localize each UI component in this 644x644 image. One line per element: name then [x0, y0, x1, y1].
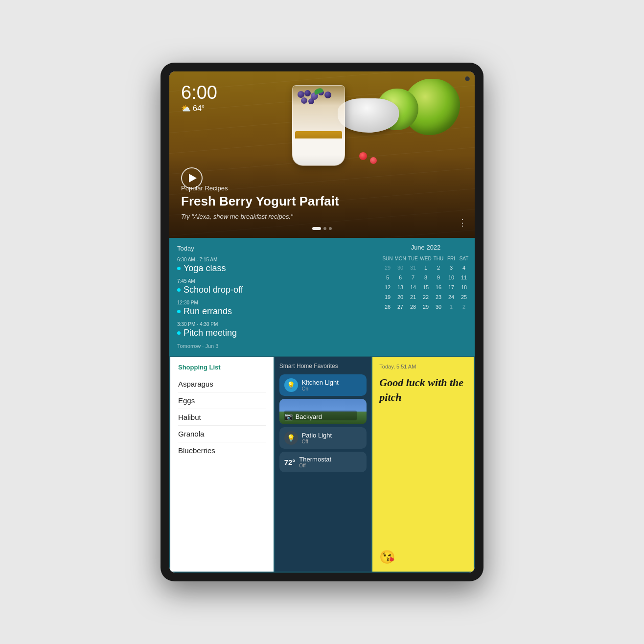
event-2-time: 7:45 AM — [177, 278, 369, 284]
temperature: 64° — [193, 104, 205, 113]
shopping-item-3[interactable]: Halibut — [178, 409, 266, 426]
shopping-item-1[interactable]: Asparagus — [178, 376, 266, 392]
cal-hdr-sun: SUN — [382, 255, 393, 262]
shopping-list-title: Shopping List — [178, 364, 266, 371]
backyard-camera-button[interactable]: 📷 Backyard — [279, 399, 367, 424]
cal-day-7[interactable]: 7 — [407, 273, 419, 282]
cal-hdr-sat: SAT — [458, 255, 470, 262]
cal-day-5[interactable]: 5 — [382, 273, 393, 282]
carousel-dot-1[interactable] — [312, 227, 321, 230]
carousel-indicators — [312, 227, 332, 230]
kitchen-light-button[interactable]: 💡 Kitchen Light On — [279, 374, 367, 396]
cal-day-28[interactable]: 28 — [407, 302, 419, 311]
cal-day-29[interactable]: 29 — [420, 302, 432, 311]
cal-day-23[interactable]: 23 — [433, 293, 444, 301]
cal-day-2-today[interactable]: 2 — [433, 263, 444, 272]
cal-day-20[interactable]: 20 — [394, 293, 406, 301]
cal-day-26[interactable]: 26 — [382, 302, 393, 311]
shopping-item-4[interactable]: Granola — [178, 426, 266, 442]
smarthome-title: Smart Home Favorites — [279, 363, 367, 369]
hero-time-widget: 6:00 ⛅ 64° — [181, 83, 217, 113]
carousel-dot-3[interactable] — [329, 227, 332, 230]
event-1-title: Yoga class — [177, 263, 369, 274]
cal-day-13[interactable]: 13 — [394, 283, 406, 292]
cal-day-10[interactable]: 10 — [445, 273, 457, 282]
cal-day-12[interactable]: 12 — [382, 283, 393, 292]
weather-icon: ⛅ — [181, 104, 191, 113]
kitchen-light-icon: 💡 — [284, 378, 298, 392]
event-1-time: 6:30 AM - 7:15 AM — [177, 257, 369, 262]
kitchen-light-info: Kitchen Light On — [302, 379, 339, 391]
more-button[interactable]: ⋮ — [458, 217, 467, 228]
clock-display: 6:00 — [181, 83, 217, 102]
event-3[interactable]: 12:30 PM Run errands — [177, 300, 369, 317]
cal-day-9[interactable]: 9 — [433, 273, 444, 282]
cal-day-30-may[interactable]: 30 — [394, 263, 406, 272]
cal-day-8[interactable]: 8 — [420, 273, 432, 282]
hero-content: Popular Recipes Fresh Berry Yogurt Parfa… — [181, 184, 455, 220]
camera-dot — [465, 76, 470, 81]
cal-day-2-jul[interactable]: 2 — [458, 302, 470, 311]
cal-day-4[interactable]: 4 — [458, 263, 470, 272]
screen: 6:00 ⛅ 64° Popular Recipes Fresh Berry Y… — [169, 71, 475, 573]
event-3-dot — [177, 310, 181, 313]
cal-day-21[interactable]: 21 — [407, 293, 419, 301]
cal-day-11[interactable]: 11 — [458, 273, 470, 282]
shopping-item-5[interactable]: Blueberries — [178, 442, 266, 459]
cal-day-16[interactable]: 16 — [433, 283, 444, 292]
patio-light-info: Patio Light Off — [302, 432, 332, 444]
smarthome-widget: Smart Home Favorites 💡 Kitchen Light On — [275, 357, 372, 572]
cal-day-1[interactable]: 1 — [420, 263, 432, 272]
cal-hdr-fri: FRI — [445, 255, 457, 262]
cal-day-18[interactable]: 18 — [458, 283, 470, 292]
schedule-section: Today 6:30 AM - 7:15 AM Yoga class 7:45 … — [169, 238, 475, 356]
cal-day-1-jul[interactable]: 1 — [445, 302, 457, 311]
event-2[interactable]: 7:45 AM School drop-off — [177, 278, 369, 295]
event-4-time: 3:30 PM - 4:30 PM — [177, 322, 369, 327]
patio-light-button[interactable]: 💡 Patio Light Off — [279, 427, 367, 449]
note-widget[interactable]: Today, 5:51 AM Good luck with the pitch … — [372, 357, 474, 572]
device-frame: 6:00 ⛅ 64° Popular Recipes Fresh Berry Y… — [161, 63, 483, 581]
recipe-title: Fresh Berry Yogurt Parfait — [181, 194, 455, 209]
event-4-dot — [177, 331, 181, 335]
cal-day-30[interactable]: 30 — [433, 302, 444, 311]
tomorrow-label: Tomorrow · Jun 3 — [177, 343, 369, 349]
thermostat-info: Thermostat Off — [299, 456, 331, 468]
cal-day-17[interactable]: 17 — [445, 283, 457, 292]
calendar-grid: SUN MON TUE WED THU FRI SAT 29 30 31 1 2… — [382, 255, 470, 311]
cal-day-22[interactable]: 22 — [420, 293, 432, 301]
cal-day-24[interactable]: 24 — [445, 293, 457, 301]
play-icon — [189, 174, 197, 183]
note-content: Good luck with the pitch — [379, 375, 467, 546]
thermostat-button[interactable]: 72° Thermostat Off — [279, 452, 367, 472]
cal-hdr-wed: WED — [420, 255, 432, 262]
note-emoji: 😘 — [379, 550, 467, 565]
event-1[interactable]: 6:30 AM - 7:15 AM Yoga class — [177, 257, 369, 274]
cal-day-3[interactable]: 3 — [445, 263, 457, 272]
cal-day-6[interactable]: 6 — [394, 273, 406, 282]
shopping-item-2[interactable]: Eggs — [178, 392, 266, 409]
cal-day-31-may[interactable]: 31 — [407, 263, 419, 272]
cal-day-25[interactable]: 25 — [458, 293, 470, 301]
event-4[interactable]: 3:30 PM - 4:30 PM Pitch meeting — [177, 322, 369, 338]
recipe-subtitle: Try "Alexa, show me breakfast recipes." — [181, 213, 455, 220]
event-2-title: School drop-off — [177, 285, 369, 295]
carousel-dot-2[interactable] — [323, 227, 326, 230]
cal-day-19[interactable]: 19 — [382, 293, 393, 301]
cal-hdr-tue: TUE — [407, 255, 419, 262]
cal-day-15[interactable]: 15 — [420, 283, 432, 292]
backyard-bg — [279, 399, 367, 424]
shopping-list-widget: Shopping List Asparagus Eggs Halibut Gra… — [170, 357, 274, 572]
hero-section[interactable]: 6:00 ⛅ 64° Popular Recipes Fresh Berry Y… — [169, 71, 475, 238]
cal-day-14[interactable]: 14 — [407, 283, 419, 292]
cal-day-29-may[interactable]: 29 — [382, 263, 393, 272]
calendar-month: June 2022 — [382, 244, 470, 251]
event-3-title: Run errands — [177, 306, 369, 317]
patio-light-icon: 💡 — [284, 431, 298, 445]
events-list: Today 6:30 AM - 7:15 AM Yoga class 7:45 … — [169, 238, 377, 356]
cal-hdr-mon: MON — [394, 255, 406, 262]
cal-hdr-thu: THU — [433, 255, 444, 262]
cal-day-27[interactable]: 27 — [394, 302, 406, 311]
event-4-title: Pitch meeting — [177, 328, 369, 338]
weather-display: ⛅ 64° — [181, 104, 217, 113]
